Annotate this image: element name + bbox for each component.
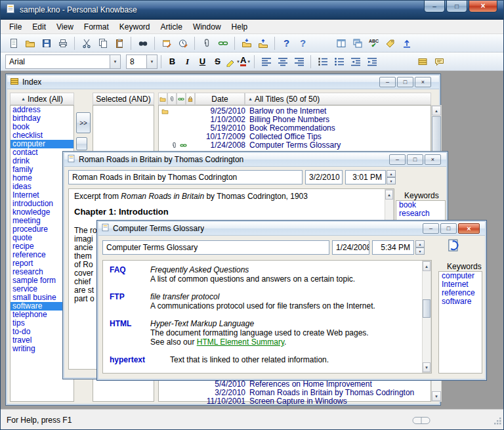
keyword-item[interactable]: address: [10, 106, 74, 114]
glossary-titlebar[interactable]: Computer Terms Glossary – □ ×: [98, 222, 485, 236]
maximize-button[interactable]: □: [446, 0, 467, 12]
keyword-item[interactable]: Internet: [439, 280, 482, 289]
italic-button[interactable]: I: [180, 54, 195, 69]
index-maximize-button[interactable]: □: [397, 77, 413, 87]
spinner-up-icon[interactable]: ▲: [387, 170, 396, 177]
menu-edit[interactable]: Edit: [27, 20, 51, 33]
keyword-item[interactable]: checklist: [10, 131, 74, 140]
font-combo-arrow[interactable]: ▼: [110, 55, 120, 68]
spinner-up-icon[interactable]: ▲: [415, 240, 425, 247]
index-minimize-button[interactable]: –: [379, 77, 396, 87]
menu-view[interactable]: View: [51, 20, 79, 33]
decrease-indent-icon[interactable]: [347, 54, 364, 70]
scroll-down-icon[interactable]: ▼: [423, 362, 430, 372]
glossary-body[interactable]: FAQFrequently Asked Questions A list of …: [102, 260, 432, 374]
roman-maximize-button[interactable]: □: [407, 154, 423, 165]
link-column-header[interactable]: [177, 93, 186, 105]
glossary-time-field[interactable]: 5:34 PM: [372, 240, 414, 255]
lock-column-header[interactable]: [186, 93, 195, 105]
menu-help[interactable]: Help: [226, 20, 253, 33]
scroll-up-icon[interactable]: ▲: [423, 261, 430, 271]
index-close-button[interactable]: ×: [415, 77, 431, 87]
scroll-up-icon[interactable]: ▲: [385, 190, 393, 200]
glossary-body-scrollbar[interactable]: ▲ ▼: [422, 261, 431, 373]
scrollbar-thumb[interactable]: [423, 299, 430, 318]
resize-grip[interactable]: [493, 416, 502, 427]
roman-title-field[interactable]: Roman Roads in Britain by Thomas Codring…: [68, 170, 303, 184]
html-summary-link[interactable]: HTML Element Summary: [197, 337, 284, 347]
folder-column-header[interactable]: [158, 93, 167, 105]
highlight-button[interactable]: ▼: [225, 54, 240, 69]
cascade-windows-icon[interactable]: [349, 35, 366, 51]
save-icon[interactable]: [38, 35, 54, 51]
paste-icon[interactable]: [111, 35, 127, 51]
article-row[interactable]: 1/24/2008 Computer Terms Glossary: [159, 141, 430, 150]
roman-minimize-button[interactable]: –: [389, 154, 406, 165]
remove-keyword-button[interactable]: [76, 137, 87, 150]
roman-titlebar[interactable]: Roman Roads in Britain by Thomas Codring…: [64, 153, 446, 167]
roman-time-field[interactable]: 3:01 PM: [345, 170, 386, 184]
scrollbar-thumb[interactable]: [432, 116, 441, 153]
font-size-combo[interactable]: 8 ▼: [126, 54, 158, 69]
titles-column-header[interactable]: ▲ All Titles (50 of 50): [245, 93, 431, 105]
keyword-item[interactable]: book: [10, 123, 74, 131]
insert-date-icon[interactable]: [158, 35, 175, 51]
minimize-button[interactable]: –: [424, 0, 445, 12]
article-row[interactable]: 11/10/2001 Screen Capture in Windows: [159, 397, 430, 406]
spinner-down-icon[interactable]: ▼: [387, 177, 396, 184]
menu-format[interactable]: Format: [79, 20, 114, 33]
roman-time-spinner[interactable]: ▲ ▼: [387, 170, 396, 184]
import-icon[interactable]: [238, 35, 255, 51]
linked-article-icon[interactable]: [445, 238, 462, 257]
glossary-time-spinner[interactable]: ▲ ▼: [415, 240, 425, 255]
copy-icon[interactable]: [94, 35, 111, 51]
keyword-manager-icon[interactable]: [415, 54, 431, 70]
glossary-maximize-button[interactable]: □: [440, 223, 457, 234]
close-button[interactable]: ×: [469, 0, 497, 12]
keyword-item-selected[interactable]: computer: [10, 140, 74, 148]
menu-keyword[interactable]: Keyword: [114, 20, 156, 33]
link-article-icon[interactable]: [215, 35, 231, 51]
glossary-minimize-button[interactable]: –: [423, 223, 439, 234]
keyword-item[interactable]: research: [396, 209, 445, 218]
spinner-down-icon[interactable]: ▼: [415, 247, 425, 255]
font-size-combo-arrow[interactable]: ▼: [146, 55, 157, 68]
keyword-item[interactable]: book: [396, 201, 445, 209]
cut-icon[interactable]: [78, 35, 94, 51]
scroll-up-icon[interactable]: ▲: [432, 106, 441, 116]
notes-icon[interactable]: [431, 54, 448, 70]
increase-indent-icon[interactable]: [364, 54, 380, 70]
numbered-list-icon[interactable]: [314, 54, 331, 70]
keyword-item[interactable]: computer: [439, 272, 482, 280]
align-center-icon[interactable]: [274, 54, 291, 70]
menu-article[interactable]: Article: [156, 20, 188, 33]
index-titlebar[interactable]: Index – □ ×: [7, 75, 439, 89]
keyword-item[interactable]: software: [439, 297, 482, 306]
print-icon[interactable]: [54, 35, 71, 51]
context-help-icon[interactable]: ?: [295, 35, 311, 51]
attachment-column-header[interactable]: [167, 93, 177, 105]
spellcheck-icon[interactable]: ABC✔: [366, 35, 382, 51]
insert-time-icon[interactable]: [175, 35, 191, 51]
menu-file[interactable]: File: [4, 20, 27, 33]
roman-date-field[interactable]: 3/2/2010: [305, 170, 343, 184]
add-keyword-button[interactable]: >>: [76, 112, 91, 133]
keyword-list-header[interactable]: ▲ Index (All): [10, 93, 74, 105]
attach-file-icon[interactable]: [198, 35, 215, 51]
help-icon[interactable]: ?: [278, 35, 295, 51]
glossary-date-field[interactable]: 1/24/2008: [332, 240, 369, 255]
find-icon[interactable]: [135, 35, 151, 51]
underline-button[interactable]: U: [195, 54, 210, 69]
tile-windows-icon[interactable]: [333, 35, 349, 51]
strikethrough-button[interactable]: S: [210, 54, 225, 69]
open-folder-icon[interactable]: [22, 35, 38, 51]
bulleted-list-icon[interactable]: [331, 54, 347, 70]
new-document-icon[interactable]: [5, 35, 22, 51]
scroll-down-icon[interactable]: ▼: [432, 391, 441, 401]
bold-button[interactable]: B: [165, 54, 180, 69]
font-color-button[interactable]: A ▼: [240, 54, 251, 69]
glossary-title-field[interactable]: Computer Terms Glossary: [102, 240, 329, 255]
date-column-header[interactable]: Date: [195, 93, 245, 105]
roman-close-button[interactable]: ×: [425, 154, 441, 165]
export-icon[interactable]: [255, 35, 271, 51]
